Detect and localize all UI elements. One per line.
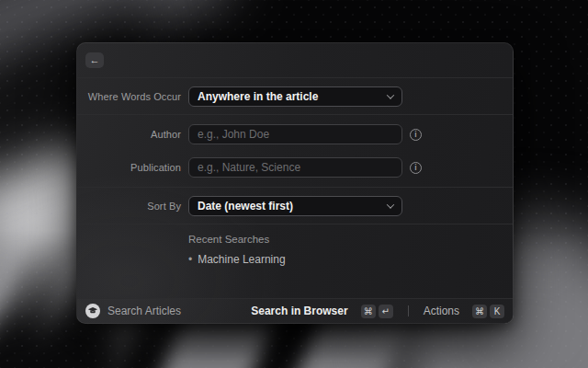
bullet-icon: • — [188, 253, 192, 266]
sort-by-label: Sort By — [77, 201, 181, 212]
k-key-icon: K — [490, 305, 504, 318]
where-words-occur-dropdown[interactable]: Anywhere in the article — [188, 86, 402, 107]
command-key-icon: ⌘ — [472, 305, 487, 318]
form-group-author-publication: Author i Publication i — [77, 115, 513, 188]
info-icon: i — [410, 129, 422, 141]
form-group-where-words: Where Words Occur Anywhere in the articl… — [77, 78, 513, 115]
info-icon: i — [410, 162, 422, 174]
search-form-window: ← Where Words Occur Anywhere in the arti… — [76, 42, 514, 324]
sort-by-value: Date (newest first) — [198, 200, 293, 213]
action-bar: Search Articles Search in Browser ⌘ ↵ Ac… — [77, 298, 513, 323]
publication-label: Publication — [77, 162, 181, 173]
form-group-sort-by: Sort By Date (newest first) — [77, 188, 513, 224]
command-name: Search Articles — [107, 305, 181, 317]
form-row-where-words: Where Words Occur Anywhere in the articl… — [77, 86, 513, 107]
search-in-browser-button[interactable]: Search in Browser — [251, 305, 347, 317]
recent-search-item[interactable]: • Machine Learning — [188, 253, 513, 266]
back-arrow-icon: ← — [90, 55, 100, 65]
chevron-down-icon — [387, 91, 394, 98]
desktop-background: ← Where Words Occur Anywhere in the arti… — [0, 0, 588, 368]
where-words-occur-label: Where Words Occur — [77, 91, 181, 102]
recent-search-item-label: Machine Learning — [198, 253, 285, 266]
back-button[interactable]: ← — [85, 52, 104, 68]
chevron-down-icon — [387, 201, 394, 208]
primary-shortcut: ⌘ ↵ — [361, 305, 393, 318]
form-row-publication: Publication i — [77, 157, 513, 178]
author-label: Author — [77, 129, 181, 140]
graduation-cap-icon — [85, 304, 100, 318]
publication-input[interactable] — [188, 157, 402, 178]
where-words-occur-value: Anywhere in the article — [198, 90, 318, 103]
author-input[interactable] — [188, 124, 402, 144]
recent-searches-section: Recent Searches • Machine Learning — [77, 224, 513, 298]
actions-button[interactable]: Actions — [424, 305, 459, 317]
form-row-author: Author i — [77, 124, 513, 144]
return-key-icon: ↵ — [379, 305, 393, 318]
footer-divider — [408, 305, 409, 316]
sort-by-dropdown[interactable]: Date (newest first) — [188, 196, 402, 216]
window-header: ← — [77, 43, 513, 78]
actions-shortcut: ⌘ K — [472, 305, 504, 318]
recent-searches-title: Recent Searches — [188, 233, 513, 246]
form-row-sort-by: Sort By Date (newest first) — [77, 196, 513, 216]
command-key-icon: ⌘ — [361, 305, 376, 318]
